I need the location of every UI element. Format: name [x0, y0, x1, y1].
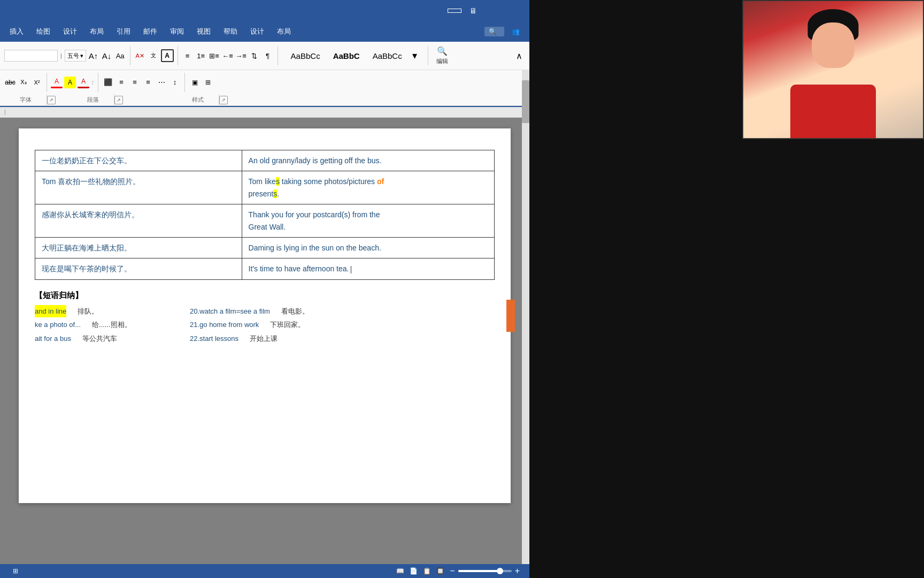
login-button[interactable]: [448, 9, 461, 13]
en-cell-4[interactable]: Daming is lying in the sun on the beach.: [242, 237, 494, 258]
word-count-icon: ⊞: [13, 567, 18, 575]
border-button[interactable]: ⊞: [202, 77, 214, 88]
menu-table-design[interactable]: 设计: [245, 25, 270, 39]
bullet-list-button[interactable]: ≡: [182, 50, 194, 62]
style-h1-preview: AaBbC: [333, 51, 360, 60]
maximize-button[interactable]: [498, 5, 509, 16]
sep-r2-3: [184, 73, 185, 92]
cn-cell-1[interactable]: 一位老奶奶正在下公交车。: [35, 150, 242, 171]
font-expand-button[interactable]: ↗: [47, 96, 56, 104]
menu-help[interactable]: 帮助: [218, 25, 243, 39]
superscript-button[interactable]: X²: [31, 77, 43, 88]
decrease-indent-button[interactable]: ←≡: [222, 50, 234, 62]
clear-format-button[interactable]: A✕: [134, 50, 146, 62]
font-color2-button[interactable]: A: [78, 77, 89, 88]
zoom-thumb[interactable]: [497, 568, 503, 574]
translation-table: 一位老奶奶正在下公交车。 An old granny/lady is getti…: [35, 150, 495, 280]
menu-view[interactable]: 视图: [191, 25, 216, 39]
outline-view-icon[interactable]: 📋: [423, 567, 431, 575]
read-view-icon[interactable]: 📖: [396, 567, 404, 575]
style-normal[interactable]: AaBbCc: [285, 50, 326, 62]
zoom-slider[interactable]: [458, 570, 512, 572]
increase-font-button[interactable]: A↑: [88, 50, 99, 62]
font-case-button[interactable]: Aa: [114, 50, 126, 62]
group-icon[interactable]: 🖥: [469, 6, 477, 15]
document-area[interactable]: 一位老奶奶正在下公交车。 An old granny/lady is getti…: [0, 118, 529, 564]
cn-cell-3[interactable]: 感谢你从长城寄来的明信片。: [35, 204, 242, 238]
zoom-out-button[interactable]: −: [450, 566, 455, 576]
ribbon-toolbar-2: abc X₂ X² A A A ↕ ⬛ ≡ ≡ ≡ ⋯ ↕ ▣ ⊞: [0, 70, 529, 94]
line-spacing-button[interactable]: ↕: [169, 77, 181, 88]
strikethrough-button[interactable]: abc: [4, 77, 16, 88]
en-cell-5[interactable]: It's time to have afternoon tea.: [242, 258, 494, 279]
edit-group: 🔍 编辑: [432, 44, 452, 67]
focus-view-icon[interactable]: 🔲: [436, 567, 444, 575]
highlight-color-button[interactable]: A: [64, 77, 76, 88]
separator-4: [428, 46, 428, 65]
menu-table-layout[interactable]: 布局: [272, 25, 296, 39]
decrease-font-button[interactable]: A↓: [101, 50, 113, 62]
subscript-button[interactable]: X₂: [18, 77, 29, 88]
cjk-distribute-button[interactable]: ⋯: [156, 77, 167, 88]
window-controls: [483, 5, 524, 16]
cn-cell-5[interactable]: 现在是喝下午茶的时候了。: [35, 258, 242, 279]
word-window: 🖥 插入 绘图 设计 布局 引用 邮件 审阅 视图 帮助 设计 布局 🔍 👥 |: [0, 0, 529, 578]
wubi-button[interactable]: 文: [148, 50, 159, 62]
numbered-list-button[interactable]: 1≡: [195, 50, 207, 62]
multilevel-list-button[interactable]: ⊞≡: [209, 50, 220, 62]
minimize-button[interactable]: [483, 5, 494, 16]
styles-section-expand[interactable]: ↗: [219, 96, 228, 104]
menu-layout[interactable]: 布局: [84, 25, 109, 39]
align-left-button[interactable]: ⬛: [102, 77, 114, 88]
menu-review[interactable]: 审阅: [165, 25, 189, 39]
bold-border-button[interactable]: A: [161, 49, 174, 62]
zoom-in-button[interactable]: +: [515, 566, 520, 576]
menu-mailings[interactable]: 邮件: [138, 25, 163, 39]
menu-design[interactable]: 设计: [58, 25, 82, 39]
align-center-button[interactable]: ≡: [116, 77, 127, 88]
font-name-box[interactable]: [4, 50, 58, 62]
style-h2-preview: AaBbCc: [373, 51, 402, 60]
vocab-highlight-1: and in line: [35, 305, 66, 317]
vocab-title: 【短语归纳】: [35, 291, 495, 301]
en-cell-2[interactable]: Tom likes taking some photos/pictures of…: [242, 171, 494, 204]
vocab-cn-1: 排队。: [71, 305, 98, 317]
close-button[interactable]: [513, 5, 524, 16]
vocab-item-20: 20.watch a film=see a film 看电影。: [190, 305, 340, 317]
align-justify-button[interactable]: ≡: [142, 77, 154, 88]
para-expand-button[interactable]: ↗: [114, 96, 123, 104]
cn-cell-4[interactable]: 大明正躺在海滩上晒太阳。: [35, 237, 242, 258]
style-heading1[interactable]: AaBbC: [327, 50, 366, 62]
search-icon: 🔍: [489, 28, 497, 35]
sep-r2-2: [98, 73, 98, 92]
vertical-scrollbar[interactable]: [522, 70, 529, 564]
shading-button[interactable]: ▣: [189, 77, 201, 88]
scrollbar-thumb[interactable]: [522, 80, 529, 123]
orange-accent-marker: [506, 300, 515, 332]
cn-cell-2[interactable]: Tom 喜欢拍一些礼物的照片。: [35, 171, 242, 204]
en-cell-1[interactable]: An old granny/lady is getting off the bu…: [242, 150, 494, 171]
style-heading2[interactable]: AaBbCc: [367, 50, 408, 62]
menu-insert[interactable]: 插入: [4, 25, 29, 39]
share-button[interactable]: 👥: [506, 26, 525, 37]
en-cell-3[interactable]: Thank you for your postcard(s) from the …: [242, 204, 494, 238]
font-color-button[interactable]: A: [51, 77, 63, 88]
presenter-video: [742, 0, 924, 139]
increase-indent-button[interactable]: →≡: [235, 50, 247, 62]
highlight-s: s: [276, 177, 280, 186]
align-right-button[interactable]: ≡: [129, 77, 141, 88]
search-box[interactable]: 🔍: [484, 27, 504, 36]
edit-icon: 🔍: [437, 46, 448, 56]
font-size-dropdown[interactable]: 五号 ▾: [65, 50, 86, 62]
print-view-icon[interactable]: 📄: [410, 567, 418, 575]
separator-3: [278, 46, 278, 65]
show-formatting-button[interactable]: ¶: [262, 50, 274, 62]
font-section-label: 字体: [4, 94, 47, 105]
menu-draw[interactable]: 绘图: [31, 25, 56, 39]
menu-bar: 插入 绘图 设计 布局 引用 邮件 审阅 视图 帮助 设计 布局 🔍 👥: [0, 21, 529, 42]
styles-expand-button[interactable]: ▾: [409, 50, 421, 62]
vocab-grid: and in line 排队。 20.watch a film=see a fi…: [35, 305, 495, 345]
sort-button[interactable]: ⇅: [249, 50, 260, 62]
ribbon-collapse-button[interactable]: ∧: [513, 50, 525, 62]
menu-references[interactable]: 引用: [111, 25, 136, 39]
